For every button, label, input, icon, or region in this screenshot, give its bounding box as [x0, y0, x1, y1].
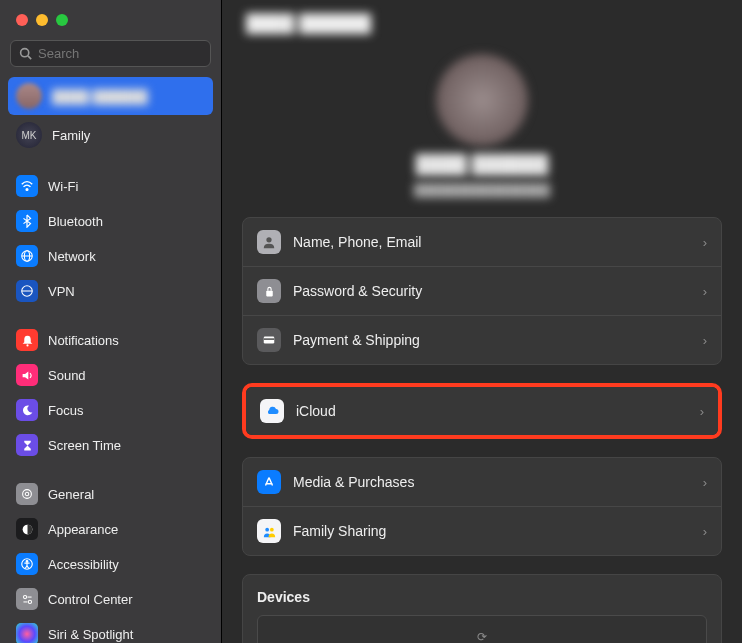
sidebar-item-siri-spotlight[interactable]: Siri & Spotlight — [8, 617, 213, 643]
devices-title: Devices — [257, 589, 707, 605]
svg-point-14 — [23, 595, 26, 598]
profile-hero: ████ ██████ ████████████████ — [222, 44, 742, 217]
sidebar-item-label: General — [48, 487, 94, 502]
family-icon — [257, 519, 281, 543]
sidebar-item-account[interactable]: ████ ██████ — [8, 77, 213, 115]
sidebar-item-label: Siri & Spotlight — [48, 627, 133, 642]
svg-point-13 — [26, 561, 28, 563]
row-label: Family Sharing — [293, 523, 691, 539]
globe-icon — [16, 245, 38, 267]
card-icon — [257, 328, 281, 352]
svg-point-9 — [23, 490, 32, 499]
sidebar-item-focus[interactable]: Focus — [8, 393, 213, 427]
sidebar-item-label: Network — [48, 249, 96, 264]
maximize-window-button[interactable] — [56, 14, 68, 26]
sidebar-item-label: Sound — [48, 368, 86, 383]
svg-point-10 — [25, 492, 29, 496]
close-window-button[interactable] — [16, 14, 28, 26]
svg-point-25 — [269, 527, 273, 531]
devices-section: Devices ⟳ — [242, 574, 722, 643]
account-settings-group: Name, Phone, Email › Password & Security… — [242, 217, 722, 365]
loading-spinner-icon: ⟳ — [477, 630, 487, 643]
sidebar-item-accessibility[interactable]: Accessibility — [8, 547, 213, 581]
svg-point-8 — [26, 344, 28, 346]
minimize-window-button[interactable] — [36, 14, 48, 26]
hourglass-icon — [16, 434, 38, 456]
profile-avatar[interactable] — [436, 54, 528, 146]
row-label: Media & Purchases — [293, 474, 691, 490]
icloud-highlight: iCloud › — [242, 383, 722, 439]
wifi-icon — [16, 175, 38, 197]
lock-icon — [257, 279, 281, 303]
sidebar-item-label: Accessibility — [48, 557, 119, 572]
person-icon — [257, 230, 281, 254]
svg-rect-21 — [266, 290, 273, 296]
svg-point-0 — [21, 49, 29, 57]
sidebar-item-bluetooth[interactable]: Bluetooth — [8, 204, 213, 238]
media-family-group: Media & Purchases › Family Sharing › — [242, 457, 722, 556]
row-label: Name, Phone, Email — [293, 234, 691, 250]
sidebar-item-label: Wi-Fi — [48, 179, 78, 194]
sidebar-item-sound[interactable]: Sound — [8, 358, 213, 392]
sidebar-item-wifi[interactable]: Wi-Fi — [8, 169, 213, 203]
sidebar-item-control-center[interactable]: Control Center — [8, 582, 213, 616]
main-panel: ████ ██████ ████ ██████ ████████████████… — [222, 0, 742, 643]
row-icloud[interactable]: iCloud › — [246, 387, 718, 435]
svg-rect-23 — [264, 338, 275, 340]
chevron-right-icon: › — [700, 404, 704, 419]
accessibility-icon — [16, 553, 38, 575]
cloud-icon — [260, 399, 284, 423]
sidebar-item-vpn[interactable]: VPN — [8, 274, 213, 308]
bluetooth-icon — [16, 210, 38, 232]
moon-icon — [16, 399, 38, 421]
svg-point-24 — [265, 527, 269, 531]
sidebar-item-appearance[interactable]: Appearance — [8, 512, 213, 546]
sidebar: ████ ██████ MK Family Wi-Fi Bluetooth Ne… — [0, 0, 222, 643]
row-media-purchases[interactable]: Media & Purchases › — [243, 458, 721, 507]
gear-icon — [16, 483, 38, 505]
sidebar-item-label: Control Center — [48, 592, 133, 607]
chevron-right-icon: › — [703, 475, 707, 490]
svg-line-1 — [28, 56, 31, 59]
svg-point-16 — [28, 600, 31, 603]
sidebar-item-family[interactable]: MK Family — [8, 116, 213, 154]
svg-point-2 — [26, 189, 28, 191]
speaker-icon — [16, 364, 38, 386]
sidebar-item-notifications[interactable]: Notifications — [8, 323, 213, 357]
sidebar-item-label: Screen Time — [48, 438, 121, 453]
sidebar-item-label: Notifications — [48, 333, 119, 348]
sidebar-item-general[interactable]: General — [8, 477, 213, 511]
chevron-right-icon: › — [703, 333, 707, 348]
account-name: ████ ██████ — [52, 89, 148, 104]
sidebar-item-network[interactable]: Network — [8, 239, 213, 273]
appearance-icon — [16, 518, 38, 540]
svg-point-20 — [266, 237, 271, 242]
account-avatar — [16, 83, 42, 109]
devices-list: ⟳ — [257, 615, 707, 643]
sidebar-item-screen-time[interactable]: Screen Time — [8, 428, 213, 462]
row-family-sharing[interactable]: Family Sharing › — [243, 507, 721, 555]
row-label: Password & Security — [293, 283, 691, 299]
chevron-right-icon: › — [703, 235, 707, 250]
row-password-security[interactable]: Password & Security › — [243, 267, 721, 316]
page-title: ████ ██████ — [246, 14, 371, 33]
sidebar-item-label: VPN — [48, 284, 75, 299]
search-icon — [19, 47, 32, 60]
profile-email: ████████████████ — [414, 183, 550, 197]
sidebar-item-label: Bluetooth — [48, 214, 103, 229]
appstore-icon — [257, 470, 281, 494]
chevron-right-icon: › — [703, 524, 707, 539]
sidebar-item-label: Focus — [48, 403, 83, 418]
bell-icon — [16, 329, 38, 351]
search-input[interactable] — [38, 46, 206, 61]
window-controls — [0, 0, 221, 36]
control-center-icon — [16, 588, 38, 610]
row-name-phone-email[interactable]: Name, Phone, Email › — [243, 218, 721, 267]
row-label: iCloud — [296, 403, 688, 419]
row-label: Payment & Shipping — [293, 332, 691, 348]
vpn-icon — [16, 280, 38, 302]
row-payment-shipping[interactable]: Payment & Shipping › — [243, 316, 721, 364]
sidebar-item-label: Appearance — [48, 522, 118, 537]
search-field[interactable] — [10, 40, 211, 67]
profile-name: ████ ██████ — [416, 154, 549, 175]
